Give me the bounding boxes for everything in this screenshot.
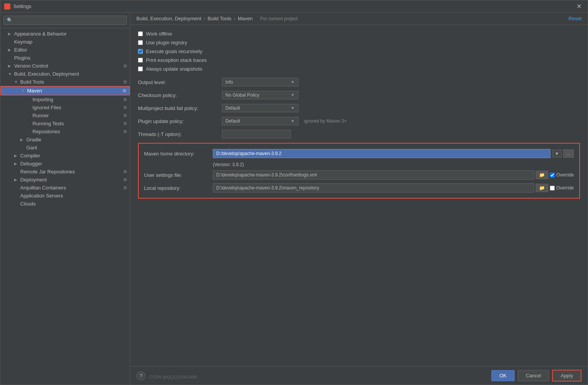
reset-button[interactable]: Reset — [569, 16, 582, 21]
local-repo-browse-btn[interactable]: 📁 — [536, 184, 548, 192]
arrow-icon — [8, 56, 14, 60]
checksum-policy-value: No Global Policy — [225, 92, 259, 98]
print-exception-checkbox[interactable] — [138, 58, 143, 63]
execute-goals-checkbox[interactable] — [138, 49, 143, 54]
sidebar-item-label: Deployment — [20, 177, 122, 183]
right-panel: Build, Execution, Deployment › Build Too… — [130, 13, 588, 385]
sidebar-item-editor[interactable]: ▶ Editor — [0, 46, 130, 54]
sidebar-item-repositories[interactable]: Repositories ⊞ — [0, 128, 130, 136]
sidebar-item-gant[interactable]: Gant — [0, 144, 130, 152]
sidebar-item-keymap[interactable]: Keymap — [0, 38, 130, 46]
local-repo-label: Local repository: — [144, 185, 213, 191]
sidebar-item-build-execution[interactable]: ▼ Build, Execution, Deployment — [0, 70, 130, 78]
work-offline-checkbox[interactable] — [138, 31, 143, 36]
breadcrumb-separator2: › — [234, 16, 235, 21]
sidebar-item-plugins[interactable]: Plugins — [0, 54, 130, 62]
multiproject-policy-value: Default — [225, 105, 240, 111]
local-repo-row: Local repository: 📁 Override — [144, 183, 574, 192]
breadcrumb-part3: Maven — [238, 16, 253, 21]
sidebar-item-label: Keymap — [14, 39, 127, 45]
sidebar-item-arquillian[interactable]: Arquillian Containers ⊞ — [0, 184, 130, 192]
output-level-dropdown[interactable]: Info ▼ — [222, 78, 298, 86]
threads-label: Threads (-T option): — [138, 131, 222, 137]
local-repo-override-checkbox[interactable] — [550, 186, 555, 191]
sidebar-item-running-tests[interactable]: Running Tests ⊞ — [0, 120, 130, 128]
ok-button[interactable]: OK — [491, 370, 515, 381]
always-update-checkbox[interactable] — [138, 66, 143, 71]
sidebar-item-label: Gant — [26, 145, 127, 150]
use-plugin-registry-checkbox[interactable] — [138, 40, 143, 45]
local-repo-input[interactable] — [213, 183, 534, 192]
user-settings-browse-btn[interactable]: 📁 — [536, 171, 548, 179]
checksum-policy-control: No Global Policy ▼ — [222, 91, 580, 99]
user-settings-override-checkbox[interactable] — [550, 173, 555, 178]
checkbox-use-plugin-registry: Use plugin registry — [138, 40, 580, 45]
sidebar-item-label: Editor — [14, 47, 127, 53]
override-label: Override — [556, 185, 574, 191]
sidebar-item-ignored-files[interactable]: Ignored Files ⊞ — [0, 104, 130, 112]
arrow-icon: ▶ — [8, 64, 14, 68]
help-button[interactable]: ? — [136, 371, 146, 380]
sidebar-item-label: Appearance & Behavior — [14, 31, 127, 37]
maven-config-box: Maven home directory: ▼ ... (Version: 3.… — [138, 143, 580, 199]
arrow-icon — [14, 202, 20, 206]
plugin-update-policy-value: Default — [225, 118, 240, 124]
sidebar-item-clouds[interactable]: Clouds — [0, 200, 130, 208]
maven-home-dropdown-btn[interactable]: ▼ — [552, 150, 562, 157]
sidebar-item-label: Runner — [32, 113, 122, 118]
sidebar-item-label: Clouds — [20, 201, 127, 207]
plugin-update-policy-control: Default ▼ ignored by Maven 3+ — [222, 117, 580, 125]
output-level-label: Output level: — [138, 79, 222, 85]
plugin-update-policy-dropdown[interactable]: Default ▼ — [222, 117, 298, 125]
sidebar-item-build-tools[interactable]: ▼ Build Tools ⊞ — [0, 78, 130, 86]
sidebar-item-label: Ignored Files — [32, 105, 122, 110]
checksum-policy-label: Checksum policy: — [138, 92, 222, 98]
sidebar-item-maven[interactable]: ▼ Maven ⊞ — [0, 86, 130, 95]
multiproject-policy-row: Multiproject build fail policy: Default … — [138, 104, 580, 112]
cancel-button[interactable]: Cancel — [518, 370, 549, 381]
sidebar-item-label: Gradle — [26, 137, 127, 142]
sidebar-item-compiler[interactable]: ▶ Compiler — [0, 152, 130, 160]
checksum-policy-dropdown[interactable]: No Global Policy ▼ — [222, 91, 298, 99]
sidebar-item-version-control[interactable]: ▶ Version Control ⊞ — [0, 62, 130, 70]
arrow-icon: ▶ — [8, 48, 14, 52]
title-bar: Settings ✕ — [0, 0, 588, 13]
threads-input[interactable] — [222, 130, 291, 138]
user-settings-input[interactable] — [213, 170, 534, 180]
arrow-icon — [26, 105, 32, 110]
sidebar-tree: ▶ Appearance & Behavior Keymap ▶ Editor … — [0, 28, 130, 385]
checksum-policy-row: Checksum policy: No Global Policy ▼ — [138, 91, 580, 99]
arrow-icon: ▶ — [14, 154, 20, 158]
local-repo-override-label: Override — [550, 185, 574, 191]
output-level-control: Info ▼ — [222, 78, 580, 86]
plugin-update-hint: ignored by Maven 3+ — [304, 118, 347, 124]
sidebar-item-gradle[interactable]: ▶ Gradle — [0, 136, 130, 144]
settings-area: Work offline Use plugin registry Execute… — [130, 25, 588, 366]
multiproject-policy-dropdown[interactable]: Default ▼ — [222, 104, 298, 112]
maven-version-text: (Version: 3.9.2) — [213, 162, 574, 167]
sidebar-item-label: Remote Jar Repositories — [20, 169, 122, 175]
threads-row: Threads (-T option): — [138, 130, 580, 138]
close-button[interactable]: ✕ — [574, 2, 584, 11]
work-offline-label: Work offline — [146, 31, 172, 37]
sidebar-item-debugger[interactable]: ▶ Debugger — [0, 160, 130, 168]
apply-button[interactable]: Apply — [552, 370, 582, 382]
sidebar-item-app-servers[interactable]: Application Servers — [0, 192, 130, 200]
sidebar-item-label: Plugins — [14, 55, 127, 61]
maven-home-browse-btn[interactable]: ... — [563, 149, 574, 158]
sidebar-item-remote-jar[interactable]: Remote Jar Repositories ⊞ — [0, 168, 130, 176]
copy-icon: ⊞ — [123, 177, 127, 182]
sidebar-item-appearance[interactable]: ▶ Appearance & Behavior — [0, 30, 130, 38]
output-level-value: Info — [225, 79, 233, 85]
sidebar-item-label: Debugger — [20, 161, 127, 167]
main-content: ▶ Appearance & Behavior Keymap ▶ Editor … — [0, 13, 588, 385]
sidebar-item-runner[interactable]: Runner ⊞ — [0, 112, 130, 120]
arrow-icon: ▶ — [20, 138, 26, 142]
search-input[interactable] — [3, 16, 127, 25]
maven-home-input[interactable] — [213, 149, 551, 158]
threads-control — [222, 130, 580, 138]
breadcrumb-part1: Build, Execution, Deployment — [136, 16, 201, 21]
sidebar-item-deployment[interactable]: ▶ Deployment ⊞ — [0, 176, 130, 184]
sidebar-item-importing[interactable]: Importing ⊞ — [0, 95, 130, 104]
plugin-update-policy-row: Plugin update policy: Default ▼ ignored … — [138, 117, 580, 125]
